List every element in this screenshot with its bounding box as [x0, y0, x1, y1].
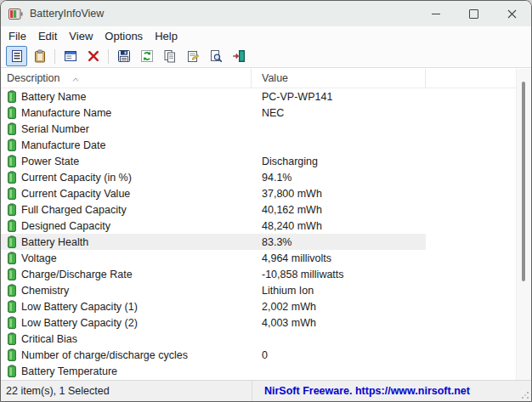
table-row[interactable]: Voltage 4,964 millivolts	[1, 250, 426, 266]
maximize-icon	[469, 9, 478, 19]
copy-button[interactable]	[159, 46, 180, 66]
row-value: 4,964 millivolts	[252, 252, 426, 264]
row-description: Manufacture Date	[21, 139, 105, 151]
row-value: Lithium Ion	[252, 285, 426, 297]
column-header-description[interactable]: Description	[1, 69, 252, 88]
battery-icon	[8, 252, 16, 264]
row-description: Low Battery Capacity (2)	[21, 317, 138, 329]
row-value: 48,240 mWh	[252, 220, 426, 232]
menu-options[interactable]: Options	[99, 28, 149, 44]
list-header: Description Value	[1, 69, 531, 88]
row-description: Power State	[21, 156, 79, 167]
battery-icon	[8, 300, 16, 313]
status-items-count: 22 item(s), 1 Selected	[1, 385, 252, 397]
row-description: Critical Bias	[21, 333, 77, 345]
menu-bar: File Edit View Options Help	[1, 26, 531, 45]
battery-icon	[8, 219, 16, 232]
batteryinfoview-window: BatteryInfoView File Edit View Options H…	[0, 0, 532, 402]
clipboard-button[interactable]	[29, 46, 50, 66]
row-value: 0	[252, 349, 426, 361]
exit-button[interactable]	[228, 46, 249, 66]
column-header-value-label: Value	[262, 72, 288, 84]
row-description: Battery Name	[21, 91, 86, 103]
table-row[interactable]: Low Battery Capacity (2) 4,003 mWh	[1, 314, 426, 331]
table-row[interactable]: Designed Capacity 48,240 mWh	[1, 218, 426, 234]
battery-icon	[8, 122, 16, 135]
menu-view[interactable]: View	[63, 28, 99, 44]
table-row[interactable]: Low Battery Capacity (1) 2,002 mWh	[1, 298, 426, 314]
column-header-value[interactable]: Value	[252, 69, 426, 88]
table-row[interactable]: Number of charge/discharge cycles 0	[1, 347, 426, 363]
rows: Battery Name PC-VP-WP141 Manufacture Nam…	[1, 88, 517, 381]
row-value: 4,003 mWh	[252, 317, 426, 329]
row-description: Chemistry	[21, 285, 69, 297]
battery-icon	[8, 316, 16, 329]
choose-columns-icon	[64, 49, 77, 63]
row-description: Low Battery Capacity (1)	[21, 301, 138, 313]
row-value: 40,162 mWh	[252, 204, 426, 216]
toolbar	[1, 45, 531, 68]
report-view-icon	[10, 49, 24, 63]
row-description: Serial Number	[21, 123, 89, 135]
refresh-icon	[140, 49, 154, 63]
row-description: Charge/Discharge Rate	[21, 269, 133, 280]
save-icon	[117, 49, 131, 63]
battery-icon	[8, 155, 16, 167]
app-battery-icon	[8, 8, 23, 20]
battery-icon	[8, 106, 16, 119]
scrollbar-thumb[interactable]	[522, 82, 525, 281]
row-description: Manufacture Name	[21, 107, 111, 119]
window-title: BatteryInfoView	[30, 8, 416, 20]
table-row[interactable]: Charge/Discharge Rate -10,858 milliwatts	[1, 266, 426, 282]
minimize-icon	[432, 14, 440, 14]
battery-icon	[8, 348, 16, 361]
column-header-description-label: Description	[7, 72, 60, 84]
table-row[interactable]: Battery Temperature	[1, 363, 426, 379]
menu-file[interactable]: File	[3, 28, 32, 44]
report-view-button[interactable]	[6, 46, 27, 66]
menu-help[interactable]: Help	[149, 28, 184, 44]
clipboard-icon	[33, 49, 47, 63]
save-button[interactable]	[113, 46, 134, 66]
row-description: Number of charge/discharge cycles	[21, 349, 188, 361]
row-value: 83.3%	[252, 236, 426, 248]
properties-button[interactable]	[182, 46, 203, 66]
row-description: Voltage	[21, 252, 57, 264]
resize-grip[interactable]	[520, 390, 529, 399]
row-value: PC-VP-WP141	[252, 91, 426, 103]
row-value: NEC	[252, 107, 426, 119]
table-row[interactable]: Current Capacity Value 37,800 mWh	[1, 185, 426, 201]
table-row[interactable]: Chemistry Lithium Ion	[1, 282, 426, 298]
delete-button[interactable]	[82, 46, 104, 66]
battery-icon	[8, 268, 16, 280]
row-description: Designed Capacity	[21, 220, 110, 232]
find-button[interactable]	[205, 46, 226, 66]
nirsoft-freeware-link[interactable]: NirSoft Freeware. https://www.nirsoft.ne…	[252, 385, 531, 397]
battery-icon	[8, 365, 16, 377]
row-value: Discharging	[252, 156, 426, 167]
battery-info-list: Description Value	[1, 69, 531, 381]
table-row[interactable]: Critical Bias	[1, 331, 426, 347]
close-icon	[507, 9, 517, 19]
table-row[interactable]: Manufacture Name NEC	[1, 105, 426, 121]
table-row[interactable]: Battery Health 83.3%	[1, 234, 426, 250]
minimize-button[interactable]	[416, 1, 455, 26]
refresh-button[interactable]	[136, 46, 157, 66]
maximize-button[interactable]	[455, 1, 493, 26]
row-value: 2,002 mWh	[252, 301, 426, 313]
table-row[interactable]: Battery Name PC-VP-WP141	[1, 88, 426, 105]
row-value: 37,800 mWh	[252, 188, 426, 200]
choose-columns-button[interactable]	[59, 46, 81, 66]
menu-edit[interactable]: Edit	[32, 28, 63, 44]
table-row[interactable]: Manufacture Date	[1, 137, 426, 153]
battery-icon	[8, 203, 16, 216]
vertical-scrollbar[interactable]	[516, 69, 531, 381]
table-row[interactable]: Full Charged Capacity 40,162 mWh	[1, 201, 426, 218]
table-row[interactable]: Current Capacity (in %) 94.1%	[1, 169, 426, 185]
battery-icon	[8, 332, 16, 345]
battery-icon	[8, 284, 16, 297]
close-button[interactable]	[493, 1, 531, 26]
table-row[interactable]: Serial Number	[1, 121, 426, 137]
table-row[interactable]: Power State Discharging	[1, 153, 426, 169]
properties-icon	[186, 49, 200, 63]
